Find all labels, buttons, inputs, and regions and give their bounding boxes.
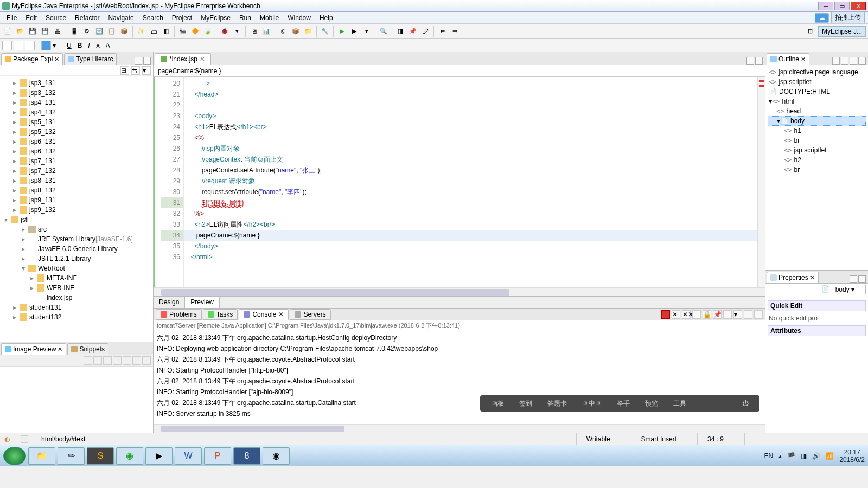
action-center-icon[interactable]: ◨ (801, 452, 807, 460)
class-icon[interactable]: © (278, 26, 289, 37)
tree-item[interactable]: ▸ jsp4_131 (0, 98, 153, 107)
menu-window[interactable]: Window (284, 13, 314, 23)
editor-hscroll[interactable] (154, 287, 765, 296)
overview-ruler[interactable] (757, 77, 765, 287)
console-min-icon[interactable] (744, 310, 752, 319)
overlay-signin[interactable]: 签到 (519, 398, 532, 409)
link-editor-icon[interactable]: ⇆ (131, 66, 140, 75)
app2-icon[interactable]: ✏ (58, 447, 85, 465)
outline-item[interactable]: <>head (768, 106, 866, 116)
db-icon[interactable]: 🗃 (148, 26, 159, 37)
overlay-pip[interactable]: 画中画 (582, 398, 602, 409)
tree-item[interactable]: ▾ jstl (0, 215, 153, 224)
tree-item[interactable]: ▸ jsp3_131 (0, 78, 153, 88)
menu-file[interactable]: File (3, 13, 20, 23)
tree-item[interactable]: ▸ jsp9_131 (0, 195, 153, 205)
word-icon[interactable]: W (175, 447, 202, 465)
menu-navigate[interactable]: Navigate (105, 13, 137, 23)
tab-image-preview[interactable]: Image Preview ✕ (1, 343, 66, 355)
print-icon[interactable]: 🖶 (52, 26, 63, 37)
bold-icon[interactable]: B (75, 42, 85, 49)
code-area[interactable]: --> </head> <body> <h1>EL表达式</h1><br> <%… (184, 77, 757, 287)
back-icon[interactable]: ⬅ (437, 26, 448, 37)
menu-project[interactable]: Project (169, 13, 195, 23)
ipv-btn7-icon[interactable] (142, 356, 151, 365)
tree-item[interactable]: ▸ jsp9_132 (0, 205, 153, 215)
tab-outline[interactable]: Outline ✕ (767, 53, 809, 65)
tree-item[interactable]: ▸ JSTL 1.2.1 Library (0, 254, 153, 264)
close-button[interactable]: ✕ (851, 2, 866, 10)
actual-icon[interactable] (132, 356, 141, 365)
overlay-canvas[interactable]: 画板 (491, 398, 504, 409)
tab-type-hierarchy[interactable]: Type Hierarc (64, 53, 117, 65)
properties-selector[interactable]: body ▾ (832, 285, 866, 294)
drop-icon[interactable]: ▾ (53, 42, 56, 49)
tab-snippets[interactable]: Snippets (67, 343, 108, 355)
editor-max-icon[interactable] (755, 57, 763, 65)
tab-servers[interactable]: Servers (290, 309, 330, 320)
menu-run[interactable]: Run (236, 13, 254, 23)
outline-item[interactable]: ▾ 📄body (768, 116, 866, 126)
wizard-icon[interactable]: ✨ (136, 26, 146, 37)
console-output[interactable]: 画板 签到 答题卡 画中画 举手 预览 工具 ⏻ 六月 02, 2018 8:1… (154, 331, 765, 424)
outline-item[interactable]: <>br (768, 165, 866, 175)
resource-icon[interactable]: 📁 (303, 26, 314, 37)
editor-breadcrumb[interactable]: pageCname:${name } (154, 65, 765, 77)
deploy-icon[interactable]: 📦 (119, 26, 130, 37)
tree-item[interactable]: index.jsp (0, 293, 153, 303)
package-icon[interactable]: 📦 (290, 26, 301, 37)
menu-source[interactable]: Source (42, 13, 69, 23)
tree-item[interactable]: ▸ student131 (0, 303, 153, 312)
box2-icon[interactable] (14, 41, 23, 50)
debug-drop-icon[interactable]: ▾ (232, 26, 242, 37)
overlay-answer[interactable]: 答题卡 (547, 398, 567, 409)
flag-icon[interactable]: 🏴 (787, 452, 795, 460)
italic-icon[interactable]: I (86, 42, 92, 49)
remove-all-icon[interactable]: ✕✕ (682, 310, 691, 319)
view-menu-icon[interactable]: ▾ (142, 66, 151, 75)
tree-item[interactable]: ▸ META-INF (0, 273, 153, 283)
menu-help[interactable]: Help (316, 13, 336, 23)
console-max-icon[interactable] (754, 310, 763, 319)
tab-console[interactable]: Console ✕ (239, 309, 289, 320)
tab-preview[interactable]: Preview (185, 297, 220, 308)
power-icon[interactable]: ⏻ (742, 398, 749, 409)
underline-icon[interactable]: U (65, 42, 74, 49)
maximize-view-icon[interactable] (143, 57, 151, 65)
tree-item[interactable]: ▸ jsp7_132 (0, 166, 153, 176)
perspective-myeclipse[interactable]: MyEclipse J... (818, 26, 866, 37)
outline-item[interactable]: 📄DOCTYPE:HTML (768, 87, 866, 97)
minimize-view-icon[interactable] (135, 57, 142, 65)
media-icon[interactable]: ▶ (145, 447, 173, 465)
clear-console-icon[interactable] (692, 310, 701, 319)
run-icon[interactable]: ▶ (336, 26, 347, 37)
menu-edit[interactable]: Edit (22, 13, 40, 23)
open-console-icon[interactable]: ▾ (733, 310, 742, 319)
ipv-btn2-icon[interactable] (93, 356, 102, 365)
tree-item[interactable]: ▸ jsp5_131 (0, 117, 153, 127)
open-task-icon[interactable]: ◨ (395, 26, 406, 37)
tree-item[interactable]: ▸ JRE System Library [JavaSE-1.6] (0, 234, 153, 244)
tree-item[interactable]: ▸ jsp7_131 (0, 156, 153, 166)
props-min-icon[interactable] (850, 275, 857, 283)
explorer-icon[interactable]: 📁 (28, 447, 55, 465)
tree-item[interactable]: ▸ student132 (0, 312, 153, 322)
line-gutter[interactable]: 2021222324252627282930313233343536 (161, 77, 184, 287)
ant-icon[interactable]: 🐜 (177, 26, 188, 37)
tree-item[interactable]: ▸ src (0, 224, 153, 234)
clock[interactable]: 20:172018/6/2 (839, 448, 865, 464)
chrome-icon[interactable]: ◉ (263, 447, 290, 465)
spring-icon[interactable]: 🍃 (202, 26, 213, 37)
sublime-icon[interactable]: S (87, 447, 114, 465)
sync-icon[interactable]: 🔄 (94, 26, 105, 37)
tree-item[interactable]: ▸ jsp5_132 (0, 127, 153, 137)
myeclipse-icon[interactable]: 8 (233, 447, 260, 465)
overlay-tools[interactable]: 工具 (673, 398, 686, 409)
scroll-lock-icon[interactable]: 🔒 (703, 310, 711, 319)
tree-item[interactable]: ▸ jsp3_132 (0, 88, 153, 98)
tab-design[interactable]: Design (154, 297, 185, 308)
ext-tools-icon[interactable]: 🔧 (320, 26, 330, 37)
tree-item[interactable]: ▾ WebRoot (0, 264, 153, 273)
menu-search[interactable]: Search (139, 13, 167, 23)
outline-item[interactable]: <>jsp:directive.page language (768, 67, 866, 77)
